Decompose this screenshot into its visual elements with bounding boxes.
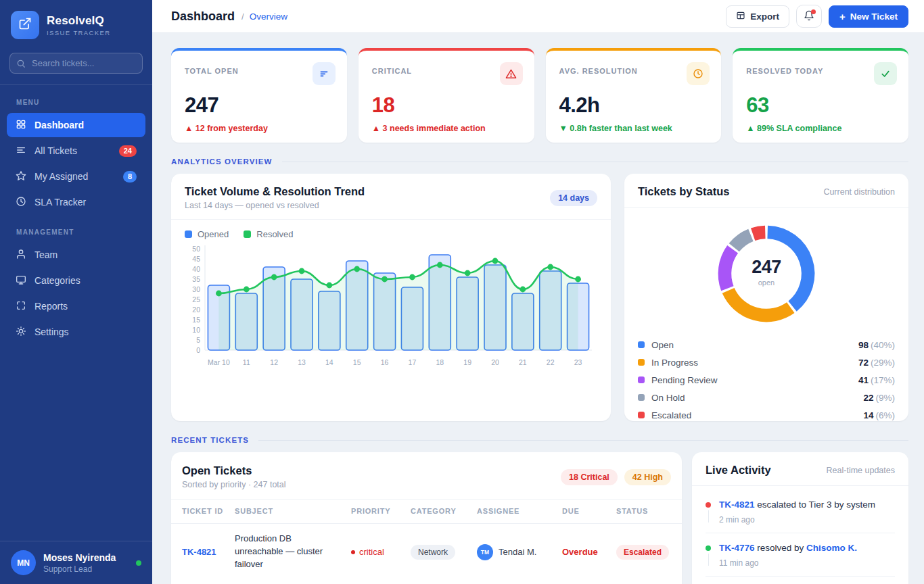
col-assignee[interactable]: ASSIGNEE [477, 506, 561, 516]
category-pill: Network [411, 545, 455, 560]
col-subject[interactable]: SUBJECT [235, 506, 350, 516]
sidebar: ResolveIQ ISSUE TRACKER MENU Dashboard A… [0, 0, 152, 584]
stat-label: AVG. RESOLUTION [559, 62, 638, 75]
opened-swatch [185, 230, 192, 238]
sidebar-item-all-tickets[interactable]: All Tickets 24 [7, 139, 145, 163]
brand-tagline: ISSUE TRACKER [47, 29, 111, 36]
open-tickets-subtitle: Sorted by priority · 247 total [182, 480, 286, 489]
legend-pct: (9%) [875, 393, 895, 403]
sidebar-item-categories[interactable]: Categories [7, 268, 145, 293]
stat-value: 4.2h [559, 93, 710, 118]
svg-text:0: 0 [196, 346, 200, 354]
legend-row-open: Open 98(40%) [638, 336, 895, 354]
svg-text:50: 50 [192, 245, 200, 253]
all-tickets-count-badge: 24 [119, 145, 137, 157]
ticket-id-link[interactable]: TK-4821 [182, 547, 233, 557]
legend-row-in-progress: In Progress 72(29%) [638, 354, 895, 371]
actor-link[interactable]: Chisomo K. [806, 543, 857, 553]
svg-text:18: 18 [436, 358, 444, 366]
sidebar-item-reports[interactable]: Reports [7, 294, 145, 318]
brand: ResolveIQ ISSUE TRACKER [0, 0, 152, 49]
legend-row-pending-review: Pending Review 41(17%) [638, 371, 895, 389]
legend-label: Resolved [256, 229, 293, 239]
legend-value: 41 [858, 375, 869, 385]
status-chart-card: Tickets by Status Current distribution 2… [624, 174, 908, 421]
stat-card-resolved-today: RESOLVED TODAY 63 ▲ 89% SLA compliance [733, 48, 908, 143]
in-progress-swatch [638, 359, 645, 366]
activity-item-partial [706, 576, 895, 584]
col-status[interactable]: STATUS [616, 506, 671, 516]
col-category[interactable]: CATEGORY [411, 506, 476, 516]
volume-chart: 05101520253035404550Mar 1011121314151617… [185, 243, 597, 379]
sidebar-item-label: Settings [34, 326, 69, 337]
legend-pct: (6%) [875, 410, 895, 420]
activity-item[interactable]: TK-4776 resolved by Chisomo K. 11 min ag… [706, 533, 895, 576]
ticket-status: Escalated [616, 545, 671, 560]
notifications-button[interactable] [796, 5, 822, 28]
svg-text:22: 22 [547, 358, 555, 366]
sidebar-item-team[interactable]: Team [7, 243, 145, 267]
activity-text: escalated to Tier 3 by system [755, 500, 876, 510]
user-profile[interactable]: MN Moses Nyirenda Support Lead [0, 541, 152, 584]
legend-label: Open [651, 340, 674, 350]
sidebar-item-sla-tracker[interactable]: SLA Tracker [7, 190, 145, 214]
ticket-link[interactable]: TK-4776 [719, 543, 755, 553]
ticket-link[interactable]: TK-4821 [719, 500, 755, 510]
sidebar-item-label: Dashboard [34, 120, 84, 130]
sun-icon [16, 326, 26, 339]
range-pill[interactable]: 14 days [550, 190, 597, 206]
svg-text:30: 30 [192, 285, 200, 293]
stat-label: CRITICAL [372, 62, 412, 75]
ticket-due: Overdue [562, 547, 615, 557]
svg-text:12: 12 [270, 358, 278, 366]
open-swatch [638, 341, 645, 348]
user-role: Support Lead [43, 564, 116, 574]
svg-text:13: 13 [298, 358, 306, 366]
stat-card-critical: CRITICAL 18 ▲ 3 needs immediate action [359, 48, 534, 143]
critical-count-badge: 18 Critical [561, 469, 618, 485]
export-button[interactable]: Export [726, 5, 789, 28]
col-priority[interactable]: PRIORITY [351, 506, 409, 516]
external-link-icon [18, 17, 32, 33]
sidebar-item-my-assigned[interactable]: My Assigned 8 [7, 164, 145, 189]
svg-text:40: 40 [192, 265, 200, 273]
sidebar-item-settings[interactable]: Settings [7, 320, 145, 344]
svg-text:20: 20 [192, 306, 200, 314]
activity-text: resolved by [755, 543, 807, 553]
list-icon [16, 145, 26, 157]
chart-legend: Opened Resolved [185, 229, 597, 239]
table-row[interactable]: TK-4821 Production DB unreachable — clus… [171, 524, 682, 580]
ticket-priority: critical [351, 547, 409, 557]
table-icon [736, 11, 745, 22]
svg-text:45: 45 [192, 255, 200, 263]
svg-text:Mar 10: Mar 10 [208, 358, 230, 366]
col-ticket-id[interactable]: TICKET ID [182, 506, 233, 516]
stat-value: 247 [185, 93, 336, 118]
col-due[interactable]: DUE [562, 506, 615, 516]
activity-item[interactable]: TK-4821 escalated to Tier 3 by system 2 … [706, 490, 895, 533]
clock-icon [687, 62, 710, 85]
sidebar-item-dashboard[interactable]: Dashboard [7, 113, 145, 137]
chart-subtitle: Last 14 days — opened vs resolved [185, 201, 365, 210]
svg-text:35: 35 [192, 275, 200, 283]
new-ticket-button[interactable]: + New Ticket [829, 5, 908, 28]
svg-text:15: 15 [192, 316, 200, 324]
search-input[interactable] [9, 53, 143, 74]
activity-dot [706, 545, 711, 551]
app-logo[interactable] [11, 11, 39, 39]
svg-text:21: 21 [519, 358, 527, 366]
svg-text:15: 15 [353, 358, 361, 366]
sidebar-item-label: Reports [34, 301, 68, 312]
priority-label: critical [359, 547, 384, 557]
legend-value: 22 [863, 393, 873, 403]
legend-value: 98 [858, 340, 869, 350]
sidebar-item-label: Team [34, 249, 57, 260]
breadcrumb-separator: / [241, 11, 244, 22]
stat-card-total-open: TOTAL OPEN 247 ▲ 12 from yesterday [171, 48, 347, 143]
recent-tickets-section-label: RECENT TICKETS [171, 436, 908, 444]
open-tickets-card: Open Tickets Sorted by priority · 247 to… [171, 452, 682, 584]
breadcrumb[interactable]: Overview [250, 11, 287, 22]
donut-center-label: open [752, 278, 781, 287]
legend-value: 72 [858, 358, 869, 368]
resolved-swatch [244, 230, 251, 238]
